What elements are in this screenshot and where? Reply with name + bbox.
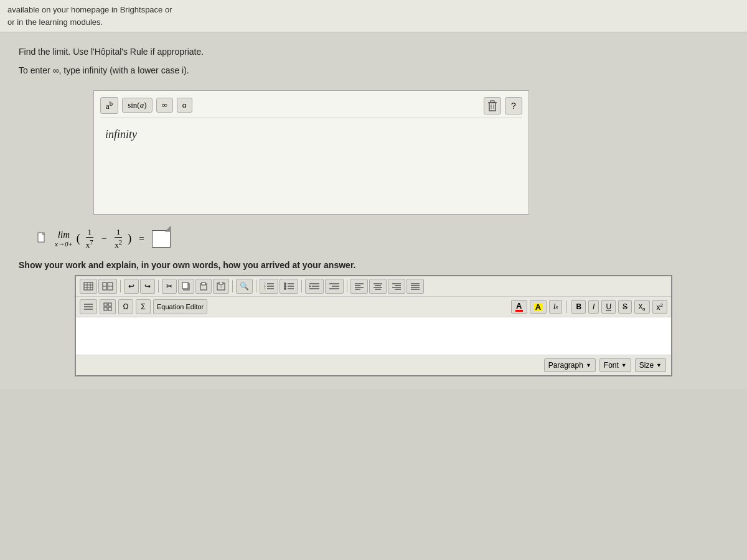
toolbar-separator3 [232, 280, 233, 292]
bold-btn[interactable]: B [571, 300, 586, 314]
font-dropdown[interactable]: Font ▼ [599, 358, 631, 372]
redo-btn[interactable]: ↪ [140, 279, 155, 294]
equation-editor-btn[interactable]: Equation Editor [153, 299, 207, 314]
undo-icon: ↩ [128, 282, 134, 291]
svg-point-37 [284, 285, 286, 287]
svg-point-36 [284, 282, 286, 285]
format-separator [566, 301, 567, 313]
cut-btn[interactable]: ✂ [162, 279, 177, 294]
redo-icon: ↪ [144, 282, 151, 291]
svg-rect-21 [182, 282, 188, 289]
instruction1: Find the limit. Use l'Hôpital's Rule if … [19, 45, 728, 58]
size-label: Size [639, 361, 654, 370]
svg-marker-42 [309, 285, 311, 287]
ul-btn[interactable] [280, 279, 298, 294]
grid-view-btn[interactable] [100, 299, 116, 314]
align-right-btn[interactable] [388, 279, 405, 294]
toolbar-separator6 [347, 280, 347, 292]
help-button[interactable]: ? [505, 97, 522, 114]
svg-rect-25 [219, 282, 223, 284]
paragraph-label: Paragraph [548, 361, 583, 370]
toolbar-separator2 [158, 280, 159, 292]
paragraph-dropdown-arrow: ▼ [586, 362, 591, 368]
underline-btn[interactable]: U [601, 300, 616, 314]
svg-rect-3 [489, 103, 496, 111]
table-btn[interactable] [80, 279, 97, 294]
math-btn-alpha[interactable]: α [177, 98, 192, 113]
undo-btn[interactable]: ↩ [124, 279, 139, 294]
copy-btn[interactable] [178, 279, 194, 294]
superscript-btn[interactable]: x2 [652, 300, 667, 314]
italic-btn[interactable]: I [588, 300, 599, 314]
size-dropdown[interactable]: Size ▼ [635, 358, 666, 372]
size-dropdown-arrow: ▼ [656, 362, 662, 368]
svg-text:3.: 3. [264, 287, 266, 290]
font-dropdown-arrow: ▼ [621, 362, 627, 368]
align-center-btn[interactable] [369, 279, 387, 294]
lim-expression: lim x→0+ ( 1 x7 − 1 x2 ) = [55, 227, 171, 251]
clear-format-btn[interactable]: Ix [549, 300, 562, 314]
sigma-btn[interactable]: Σ [136, 299, 151, 314]
instruction2: To enter ∞, type infinity (with a lower … [19, 63, 728, 77]
toolbar-separator5 [301, 280, 302, 292]
strike-label: S [622, 302, 627, 311]
eq-file-icon [37, 232, 46, 245]
text-color-btn[interactable]: A [511, 300, 527, 314]
align-justify-btn[interactable] [406, 279, 424, 294]
editor-bottom-bar: Paragraph ▼ Font ▼ Size ▼ [76, 355, 671, 375]
math-btn-infinity[interactable]: ∞ [156, 98, 173, 113]
cut-icon: ✂ [166, 282, 172, 291]
fraction2: 1 x2 [115, 227, 122, 251]
subscript-btn[interactable]: xa [634, 300, 649, 314]
math-toolbar: ab sin(a) ∞ α [100, 97, 522, 118]
editor-toolbar-row1: ↩ ↪ ✂ [76, 276, 671, 297]
top-line2: or in the learning modules. [7, 16, 740, 29]
svg-rect-67 [104, 307, 107, 310]
toolbar-separator1 [120, 280, 121, 292]
math-btn-sin[interactable]: sin(a) [122, 98, 152, 113]
underline-label: U [606, 302, 611, 311]
equation-editor-label: Equation Editor [157, 303, 204, 310]
svg-rect-23 [202, 282, 205, 285]
ol-btn[interactable]: 1. 2. 3. [260, 279, 278, 294]
paste-text-btn[interactable]: T [213, 279, 229, 294]
paragraph-dropdown[interactable]: Paragraph ▼ [544, 358, 596, 372]
split-table-btn[interactable] [98, 279, 117, 294]
list-btn2[interactable] [80, 299, 97, 314]
bottom-right: Paragraph ▼ Font ▼ Size ▼ [544, 358, 666, 372]
toolbar-separator4 [256, 280, 256, 292]
svg-point-38 [284, 287, 286, 290]
top-line1: available on your homepage in Brightspac… [7, 4, 740, 16]
rich-text-editor[interactable]: ↩ ↪ ✂ [75, 275, 672, 376]
editor-area[interactable] [76, 317, 671, 355]
search-btn[interactable]: 🔍 [236, 279, 253, 294]
svg-rect-11 [84, 282, 93, 290]
svg-rect-68 [108, 307, 111, 310]
indent-decrease-btn[interactable] [325, 279, 344, 294]
top-bar: available on your homepage in Brightspac… [0, 0, 747, 32]
search-icon: 🔍 [240, 282, 249, 291]
math-input-area[interactable]: ab sin(a) ∞ α infinity ? [93, 90, 529, 215]
lim-block: lim x→0+ [55, 230, 73, 248]
font-label: Font [604, 361, 619, 370]
svg-rect-65 [104, 303, 107, 306]
show-work-label: Show your work and explain, in your own … [19, 260, 728, 270]
omega-btn[interactable]: Ω [118, 299, 133, 314]
main-content: Find the limit. Use l'Hôpital's Rule if … [0, 32, 747, 389]
svg-text:T: T [220, 285, 222, 289]
math-content: infinity [100, 123, 522, 146]
text-highlight-btn[interactable]: A [530, 300, 547, 314]
trash-button[interactable] [484, 97, 501, 114]
italic-label: I [593, 302, 594, 311]
svg-rect-66 [108, 303, 111, 306]
equation-display: lim x→0+ ( 1 x7 − 1 x2 ) = [37, 227, 728, 251]
strikethrough-btn[interactable]: S [618, 300, 632, 314]
indent-increase-btn[interactable] [305, 279, 324, 294]
math-btn-power[interactable]: ab [100, 97, 118, 114]
paste-btn[interactable] [195, 279, 212, 294]
align-left-btn[interactable] [350, 279, 368, 294]
answer-input-box[interactable] [152, 230, 171, 248]
svg-rect-5 [491, 101, 494, 103]
editor-toolbar-row2: Ω Σ Equation Editor A A [76, 297, 671, 317]
fraction1: 1 x7 [86, 227, 93, 251]
